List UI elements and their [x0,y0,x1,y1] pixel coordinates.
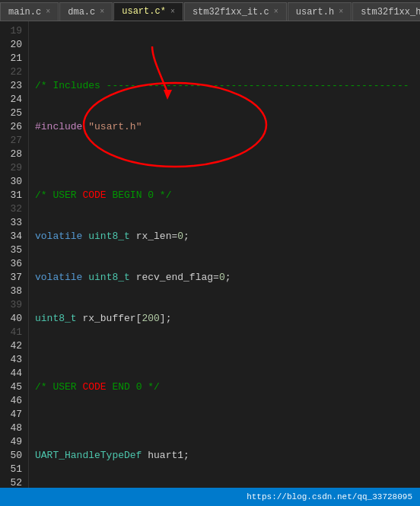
code-line-26: uint8_t rx_buffer[200]; [35,312,414,326]
code-line-20: /* Includes ----------------------------… [35,79,414,93]
tab-bar: main.c × dma.c × usart.c* × stm32f1xx_it… [0,0,420,21]
line-numbers: 19 20 21 22 23 24 25 26 27 28 29 30 31 3… [0,21,29,488]
status-url: https://blog.csdn.net/qq_33728095 [247,492,412,501]
code-line-21: #include "usart.h" [35,120,414,134]
tab-stm32f1xx-hal-c[interactable]: stm32f1xx_hal.c × [352,2,420,21]
code-line-30: UART_HandleTypeDef huart1; [35,449,414,463]
tab-main-c[interactable]: main.c × [0,2,59,21]
code-area: 19 20 21 22 23 24 25 26 27 28 29 30 31 3… [0,21,420,488]
tab-usart-c[interactable]: usart.c* × [113,2,183,21]
code-line-25: volatile uint8_t recv_end_flag=0; [35,271,414,285]
tab-stm32f1xx-it-c[interactable]: stm32f1xx_it.c × [184,2,287,21]
code-line-28: /* USER CODE END 0 */ [35,380,414,394]
code-content: /* Includes ----------------------------… [29,21,420,488]
tab-dma-c[interactable]: dma.c × [59,2,113,21]
code-line-24: volatile uint8_t rx_len=0; [35,230,414,243]
code-line-23: /* USER CODE BEGIN 0 */ [35,189,414,202]
status-bar: https://blog.csdn.net/qq_33728095 [0,488,420,506]
tab-usart-h[interactable]: usart.h × [288,2,352,21]
